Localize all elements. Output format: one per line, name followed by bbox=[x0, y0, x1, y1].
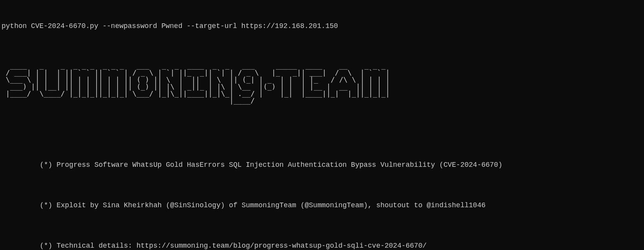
info-vulnerability: (*) Progress Software WhatsUp Gold HasEr… bbox=[2, 160, 642, 170]
ascii-banner: ____ _ _ _ _ _ _ _ _ ___ _ _ ____ _ _ __… bbox=[2, 62, 642, 104]
info-author: (*) Exploit by Sina Kheirkhah (@SinSinol… bbox=[2, 200, 642, 210]
info-technical-details: (*) Technical details: https://summoning… bbox=[2, 241, 642, 250]
command-line: python CVE-2024-6670.py --newpassword Pw… bbox=[2, 21, 642, 31]
info-block: (*) Progress Software WhatsUp Gold HasEr… bbox=[2, 140, 642, 250]
terminal-window[interactable]: python CVE-2024-6670.py --newpassword Pw… bbox=[2, 1, 642, 250]
